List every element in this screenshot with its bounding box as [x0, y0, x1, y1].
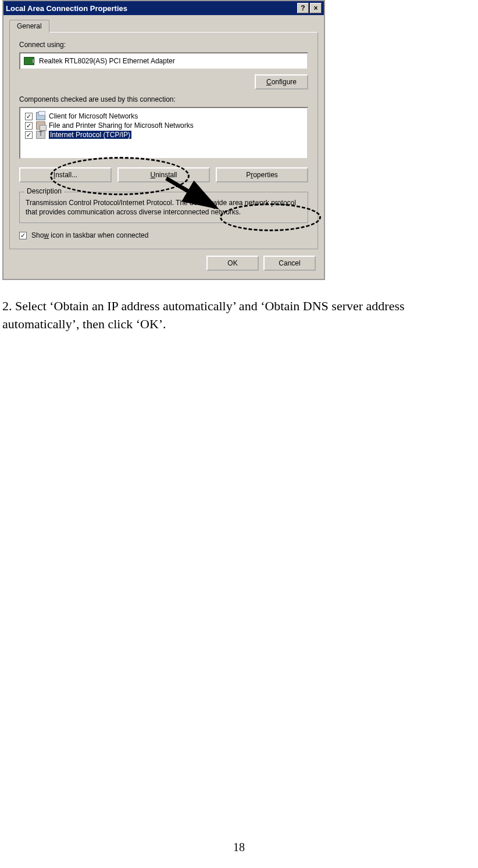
adapter-field[interactable]: Realtek RTL8029(AS) PCI Ethernet Adapter [19, 52, 308, 70]
instruction-text: 2. Select ‘Obtain an IP address automati… [2, 297, 476, 333]
nic-icon [24, 57, 34, 65]
checkbox-icon[interactable] [25, 131, 33, 139]
component-item-client[interactable]: Client for Microsoft Networks [24, 112, 304, 121]
page-number: 18 [0, 841, 478, 854]
component-label: File and Printer Sharing for Microsoft N… [49, 121, 194, 130]
description-text: Transmission Control Protocol/Internet P… [26, 198, 302, 217]
component-label: Internet Protocol (TCP/IP) [49, 131, 131, 139]
titlebar: Local Area Connection Properties ? × [3, 1, 324, 15]
lan-properties-dialog: Local Area Connection Properties ? × Gen… [2, 0, 325, 280]
close-button[interactable]: × [310, 3, 322, 13]
uninstall-button[interactable]: Uninstall [117, 167, 210, 182]
component-item-tcpip[interactable]: Internet Protocol (TCP/IP) [24, 130, 304, 139]
cancel-button[interactable]: Cancel [263, 256, 316, 271]
checkbox-icon[interactable] [25, 122, 33, 130]
components-listbox[interactable]: Client for Microsoft Networks File and P… [19, 107, 308, 159]
component-label: Client for Microsoft Networks [49, 112, 138, 120]
properties-button[interactable]: Properties [216, 167, 308, 182]
tabstrip: General [3, 15, 324, 33]
component-item-fileshare[interactable]: File and Printer Sharing for Microsoft N… [24, 121, 304, 130]
fileshare-icon [36, 121, 45, 130]
client-icon [36, 112, 45, 120]
window-title: Local Area Connection Properties [6, 4, 127, 13]
tab-general[interactable]: General [9, 20, 49, 33]
show-icon-label: Show icon in taskbar when connected [31, 231, 148, 239]
tcpip-icon [36, 131, 45, 139]
components-label: Components checked are used by this conn… [19, 95, 308, 103]
checkbox-icon[interactable] [19, 232, 27, 239]
show-icon-row[interactable]: Show icon in taskbar when connected Show… [19, 231, 308, 239]
configure-button[interactable]: CConfigureonfigure [255, 74, 308, 89]
help-button[interactable]: ? [297, 3, 309, 13]
install-button[interactable]: Install... [19, 167, 112, 182]
checkbox-icon[interactable] [25, 113, 33, 120]
tab-panel-general: Connect using: Realtek RTL8029(AS) PCI E… [9, 32, 318, 249]
connect-using-label: Connect using: [19, 41, 308, 49]
adapter-name: Realtek RTL8029(AS) PCI Ethernet Adapter [39, 57, 175, 65]
ok-button[interactable]: OK [206, 256, 259, 271]
description-legend: Description [24, 187, 64, 195]
description-fieldset: Description Transmission Control Protoco… [19, 192, 308, 223]
